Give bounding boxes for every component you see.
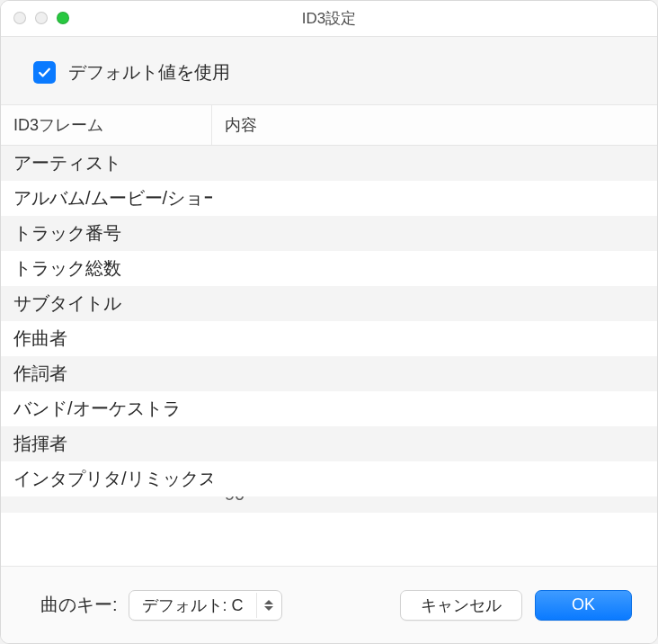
cell-frame: 作曲者 [1,326,212,351]
cell-frame: トラック総数 [1,256,212,281]
defaults-region: デフォルト値を使用 [1,37,657,105]
minimize-icon[interactable] [35,12,48,24]
chevron-up-icon [264,600,273,604]
close-icon[interactable] [13,12,26,24]
use-defaults-checkbox[interactable] [33,61,56,84]
table-row[interactable]: アーティスト [1,146,657,181]
table-row[interactable]: 指揮者 [1,426,657,461]
song-key-value: デフォルト: C [142,595,256,616]
table-header: ID3フレーム 内容 [1,105,657,146]
table-row[interactable]: BPM 90 [1,496,657,513]
cell-frame: インタプリタ/リミックス [1,467,212,491]
table-row[interactable]: 作曲者 [1,321,657,356]
zoom-icon[interactable] [57,12,69,24]
column-header-frame[interactable]: ID3フレーム [1,105,212,145]
cell-frame: 指揮者 [1,432,212,456]
select-stepper [256,593,278,618]
ok-button-label: OK [572,595,595,614]
song-key-label: 曲のキー: [40,593,118,617]
table-row[interactable]: 作詞者 [1,356,657,391]
cell-frame: サブタイトル [1,291,212,316]
ok-button[interactable]: OK [535,590,632,621]
cancel-button-label: キャンセル [421,595,502,616]
footer: 曲のキー: デフォルト: C キャンセル OK [1,566,657,643]
cell-frame: バンド/オーケストラ [1,397,212,421]
table-body[interactable]: アーティスト アルバム/ムービー/ショー トラック番号 トラック総数 サブタイト… [1,146,657,566]
window-title: ID3設定 [1,8,657,29]
table-row[interactable]: バンド/オーケストラ [1,391,657,426]
column-header-content[interactable]: 内容 [212,105,657,145]
song-key-select[interactable]: デフォルト: C [129,590,282,621]
cell-frame: アルバム/ムービー/ショー [1,186,212,210]
table-row[interactable]: サブタイトル [1,286,657,321]
cell-frame: 作詞者 [1,362,212,386]
table-row[interactable]: インタプリタ/リミックス [1,461,657,496]
table-row[interactable]: トラック番号 [1,216,657,251]
cancel-button[interactable]: キャンセル [400,590,522,621]
check-icon [37,65,52,80]
table-row[interactable]: トラック総数 [1,251,657,286]
titlebar: ID3設定 [1,1,657,37]
id3-settings-window: ID3設定 デフォルト値を使用 ID3フレーム 内容 アーティスト アルバム/ム… [0,0,658,644]
table-row[interactable]: アルバム/ムービー/ショー [1,181,657,216]
cell-frame: アーティスト [1,151,212,175]
use-defaults-label: デフォルト値を使用 [68,60,230,85]
window-controls [13,12,69,24]
cell-frame: トラック番号 [1,221,212,246]
chevron-down-icon [264,606,273,611]
